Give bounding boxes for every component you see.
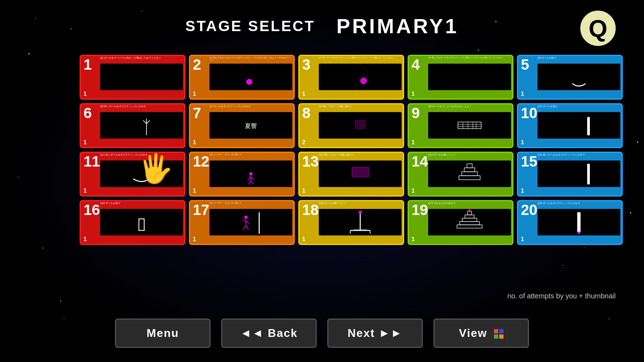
stage-card-13[interactable]: 13 Q13 飛んでるモノが棚に届から 1 <box>298 152 404 197</box>
thumbnail-10 <box>537 112 620 139</box>
thumbnail-12 <box>209 160 292 187</box>
stage-attempt-11: 1 <box>84 188 87 194</box>
svg-point-4 <box>360 77 367 84</box>
stage-card-1[interactable]: 1 Q1 ボールをスペースに向かって飛ばしてみてください 1 <box>80 55 185 100</box>
svg-rect-5 <box>453 64 486 90</box>
stage-grid: 1 Q1 ボールをスペースに向かって飛ばしてみてください 1 2 Q2 飛んでる… <box>80 55 623 245</box>
stage-attempt-2: 1 <box>193 91 196 97</box>
stage-card-3[interactable]: 3 Q3 赤いボールをポゴスティックに乗せてください いつつ 飛んでいてください… <box>298 55 404 100</box>
thumbnail-3 <box>319 64 402 90</box>
stage-attempt-6: 1 <box>84 139 87 146</box>
thumbnail-4 <box>428 64 511 90</box>
svg-rect-41 <box>587 164 590 184</box>
stage-number-20: 20 <box>521 203 537 217</box>
svg-rect-34 <box>352 167 369 177</box>
stage-card-16[interactable]: 16 Q16 ボールを投げ 1 <box>80 200 185 245</box>
stage-number-2: 2 <box>193 57 201 72</box>
thumbnail-20 <box>537 209 620 235</box>
svg-rect-59 <box>453 209 486 235</box>
svg-point-45 <box>244 216 247 219</box>
svg-rect-57 <box>353 229 367 231</box>
thumbnail-19 <box>428 209 511 235</box>
stage-attempt-20: 1 <box>521 236 524 243</box>
stage-select-label: STAGE SELECT <box>185 18 315 35</box>
stage-card-15[interactable]: 15 Q15 赤いボールをポゴスティックにのせろ 1 <box>517 152 623 197</box>
stage-card-12[interactable]: 12 Q12 ヒーロー・をコンタに届くら 1 <box>189 152 295 197</box>
svg-rect-7 <box>125 112 158 139</box>
thumbnail-13 <box>319 160 402 187</box>
stage-card-2[interactable]: 2 Q2 飛んでるボールをバーにのせてください。やりながら試してみよう！0 Ke… <box>189 55 295 100</box>
stage-number-6: 6 <box>84 106 92 121</box>
stage-card-5[interactable]: 5 Q5 ボールを投げ 1 <box>517 55 623 100</box>
stage-card-10[interactable]: 10 Q10 ボールを投げ 1 <box>517 103 623 148</box>
stage-number-7: 7 <box>193 106 201 121</box>
stage-attempt-15: 1 <box>521 188 524 194</box>
stage-number-8: 8 <box>302 106 310 121</box>
view-button[interactable]: View <box>433 319 529 348</box>
stage-card-14[interactable]: 14 Q14 ボールを棒につこう 1 <box>408 152 513 197</box>
stage-number-15: 15 <box>521 154 537 169</box>
stage-attempt-13: 1 <box>302 188 305 194</box>
stage-attempt-19: 1 <box>412 236 415 243</box>
stage-attempt-16: 1 <box>84 236 87 243</box>
svg-rect-3 <box>344 64 377 90</box>
thumbnail-5 <box>537 64 620 90</box>
stage-attempt-18: 1 <box>302 236 305 243</box>
stage-card-17[interactable]: 17 Q17 ヒーロー・をコンタに届くら 1 <box>189 200 295 245</box>
stage-card-20[interactable]: 20 Q20 ボールをポゴスティックにのせろ 1 <box>517 200 623 245</box>
menu-button[interactable]: Menu <box>115 319 211 348</box>
thumbnail-16 <box>100 209 183 235</box>
svg-point-58 <box>358 211 362 214</box>
stage-card-8[interactable]: 8 Q8 飛んでるモノが棚に届から 2 <box>298 103 404 148</box>
thumbnail-1 <box>100 64 183 90</box>
back-button[interactable]: ◄◄ Back <box>221 319 317 348</box>
stage-card-11[interactable]: 11 Q11 赤いボールをポゴスティックにのせろ 1 <box>80 152 185 197</box>
stage-number-4: 4 <box>412 57 420 72</box>
stage-number-3: 3 <box>302 57 310 72</box>
stage-card-4[interactable]: 4 Q4 飛んでるボールをポゴスティックに乗せてください Q4 飛んでいてくださ… <box>408 55 513 100</box>
stage-number-1: 1 <box>84 57 92 72</box>
svg-rect-14 <box>355 120 365 128</box>
stage-attempt-17: 1 <box>193 236 196 243</box>
svg-point-2 <box>246 79 252 85</box>
svg-rect-35 <box>453 160 486 187</box>
stage-number-17: 17 <box>193 203 209 217</box>
stage-number-5: 5 <box>521 57 529 72</box>
svg-rect-67 <box>577 212 580 232</box>
thumbnail-7: 夏響 <box>209 112 292 139</box>
next-button[interactable]: Next ►► <box>327 319 423 348</box>
stage-card-7[interactable]: 7 Q7 ボールをポゴスティックにのせろ 夏響 1 <box>189 103 295 148</box>
thumbnail-17 <box>209 209 292 235</box>
stage-card-19[interactable]: 19 Q19 力をものがのぼせろ 1 <box>408 200 513 245</box>
primary-label: PRIMARY1 <box>337 14 459 38</box>
svg-point-68 <box>577 232 580 234</box>
svg-rect-25 <box>125 160 158 187</box>
svg-point-65 <box>468 209 471 212</box>
thumbnail-18 <box>319 209 402 235</box>
stage-card-6[interactable]: 6 Q6 赤いボールをポゴスティックにのせろ 1 <box>80 103 185 148</box>
svg-text:夏響: 夏響 <box>245 123 257 129</box>
info-text: no. of attempts by you + thumbnail <box>507 292 616 300</box>
stage-card-9[interactable]: 9 Q9 ボールをそこよりおろさないよよ！ 1 <box>408 103 513 148</box>
stage-attempt-9: 1 <box>412 139 415 146</box>
stage-card-18[interactable]: 18 Q18 ボールを棒につこう 1 <box>298 200 404 245</box>
stage-number-11: 11 <box>84 154 100 169</box>
svg-rect-42 <box>125 209 158 235</box>
svg-rect-1 <box>234 64 268 90</box>
stage-number-19: 19 <box>412 203 428 217</box>
stage-number-10: 10 <box>521 106 537 121</box>
stage-number-18: 18 <box>302 203 319 217</box>
thumbnail-9 <box>428 112 511 139</box>
stage-number-9: 9 <box>412 106 420 121</box>
stage-number-14: 14 <box>412 154 428 169</box>
svg-rect-40 <box>562 160 596 187</box>
svg-rect-44 <box>234 209 268 235</box>
stage-attempt-5: 1 <box>521 91 524 97</box>
svg-point-27 <box>249 172 252 175</box>
stage-attempt-10: 1 <box>521 139 524 146</box>
thumbnail-2 <box>209 64 292 90</box>
thumbnail-15 <box>537 160 620 187</box>
stage-attempt-14: 1 <box>412 188 415 194</box>
stage-attempt-12: 1 <box>193 188 196 194</box>
stage-attempt-1: 1 <box>84 91 87 97</box>
